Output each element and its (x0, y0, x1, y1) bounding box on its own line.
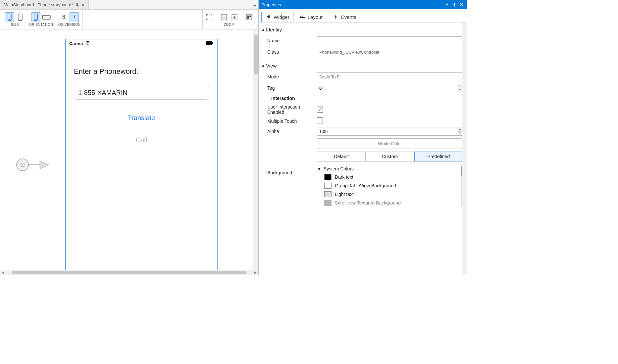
orientation-landscape-button[interactable] (42, 12, 51, 22)
uie-label: User Interaction Enabled (267, 104, 317, 115)
background-label: Background (267, 170, 317, 175)
name-input[interactable] (317, 36, 463, 45)
class-select[interactable]: Phoneworld_iOSViewController (317, 48, 463, 56)
designer-canvas[interactable]: Carrier Enter a Phoneword: Translate (0, 29, 258, 275)
carrier-label: Carrier (69, 41, 83, 46)
svg-point-7 (49, 17, 49, 18)
svg-rect-21 (206, 41, 212, 45)
identity-section-header[interactable]: ◢ Identity (261, 25, 463, 34)
system-colors-header[interactable]: ▼ System Colors (317, 165, 463, 173)
tab-layout-label: Layout (308, 14, 323, 20)
close-icon[interactable] (81, 3, 85, 7)
svg-rect-13 (246, 15, 252, 20)
pin-icon[interactable] (75, 3, 79, 7)
phoneword-input[interactable] (74, 86, 209, 100)
size-small-button[interactable] (5, 12, 14, 22)
color-swatch (324, 183, 332, 189)
tab-widget-label: Widget (274, 14, 289, 20)
expand-icon: ◢ (261, 64, 264, 68)
properties-scroll-area[interactable]: ◢ Identity Name Class Phoneworld_iOSView… (259, 23, 467, 275)
scroll-left-icon[interactable]: ◀ (0, 271, 6, 274)
tab-events-label: Events (341, 14, 356, 20)
panel-pin-icon[interactable] (452, 2, 457, 7)
properties-panel: Properties Widget Layout Events ◢ Identi… (259, 0, 467, 275)
orientation-portrait-button[interactable] (31, 12, 40, 22)
color-swatch (324, 174, 332, 180)
color-item[interactable]: Light text (317, 190, 463, 199)
document-tab-title: MainStoryboard_iPhone.storyboard* (4, 2, 73, 7)
properties-title-bar: Properties (259, 0, 467, 9)
mode-label: Mode (267, 74, 317, 79)
svg-point-20 (87, 44, 88, 45)
svg-point-1 (9, 19, 10, 20)
zoom-to-fit-button[interactable] (205, 12, 214, 22)
canvas-vertical-scrollbar[interactable] (253, 29, 258, 270)
view-section-header[interactable]: ◢ View (261, 62, 463, 70)
color-swatch (324, 200, 332, 206)
alpha-input[interactable] (317, 127, 457, 136)
constraints-button[interactable] (244, 12, 254, 22)
svg-marker-19 (40, 161, 49, 169)
background-color-button[interactable]: White Color (317, 138, 463, 149)
tab-dropdown-icon[interactable] (253, 2, 256, 8)
class-label: Class (267, 49, 317, 55)
properties-tabs: Widget Layout Events (259, 9, 467, 23)
zoom-label: ZOOM (224, 23, 234, 26)
size-group: SIZE (3, 10, 27, 29)
tag-input[interactable] (317, 84, 457, 92)
identity-header-text: Identity (266, 27, 282, 32)
color-item[interactable]: Dark text (317, 173, 463, 181)
panel-close-icon[interactable] (459, 2, 464, 7)
scroll-right-icon[interactable]: ▶ (253, 271, 258, 274)
color-swatch (324, 191, 332, 197)
mode-select[interactable]: Scale To Fill (317, 72, 463, 81)
color-item[interactable]: Group TableView Background (317, 181, 463, 190)
seg-default[interactable]: Default (317, 152, 366, 161)
battery-icon (206, 41, 214, 46)
uie-checkbox[interactable] (317, 107, 323, 113)
size-large-button[interactable] (16, 12, 25, 22)
document-tab[interactable]: MainStoryboard_iPhone.storyboard* (0, 0, 89, 9)
tab-layout[interactable]: Layout (295, 12, 327, 22)
wifi-icon (85, 41, 90, 46)
expand-icon: ◢ (261, 27, 264, 32)
svg-point-5 (35, 19, 36, 20)
zoom-out-button[interactable] (219, 12, 229, 22)
seg-predefined[interactable]: Predefined (414, 152, 463, 161)
entry-point-icon (16, 159, 29, 171)
status-bar: Carrier (66, 39, 217, 47)
canvas-horizontal-scrollbar[interactable]: ◀ ▶ (0, 270, 258, 275)
mt-checkbox[interactable] (317, 117, 323, 123)
initial-view-controller-arrow[interactable] (16, 159, 49, 171)
svg-rect-22 (212, 42, 213, 44)
properties-title-text: Properties (261, 2, 281, 7)
translate-button[interactable]: Translate (74, 114, 209, 122)
alpha-label: Alpha (267, 129, 317, 134)
mt-label: Multiple Touch (267, 118, 317, 124)
ios-version-7-button[interactable]: 7 (70, 12, 79, 22)
document-tab-bar: MainStoryboard_iPhone.storyboard* (0, 0, 258, 10)
properties-vertical-scrollbar[interactable] (462, 23, 467, 275)
view-header-text: View (266, 63, 277, 68)
svg-rect-17 (22, 164, 23, 165)
tag-label: Tag (267, 85, 317, 91)
zoom-in-button[interactable] (230, 12, 239, 22)
storyboard-designer-pane: MainStoryboard_iPhone.storyboard* SIZE (0, 0, 259, 275)
interaction-header: Interaction (261, 94, 463, 103)
orientation-group: ORIENTATION (27, 10, 55, 29)
iphone-view-controller[interactable]: Carrier Enter a Phoneword: Translate (65, 39, 218, 270)
panel-dropdown-icon[interactable] (444, 2, 450, 7)
chevron-down-icon: ▼ (317, 166, 322, 171)
svg-point-3 (20, 19, 21, 20)
call-button[interactable]: Call (74, 136, 209, 144)
seg-custom[interactable]: Custom (366, 152, 414, 161)
tab-widget[interactable]: Widget (261, 12, 293, 22)
name-label: Name (267, 38, 317, 43)
tab-events[interactable]: Events (329, 12, 361, 22)
color-item[interactable]: Scrollview Textured Background (317, 199, 463, 207)
enter-phoneword-label: Enter a Phoneword: (74, 67, 209, 76)
svg-rect-14 (247, 16, 249, 19)
orientation-label: ORIENTATION (29, 23, 53, 26)
ios-version-6-button[interactable]: 6 (59, 12, 68, 22)
color-mode-segmented: Default Custom Predefined (317, 152, 463, 161)
